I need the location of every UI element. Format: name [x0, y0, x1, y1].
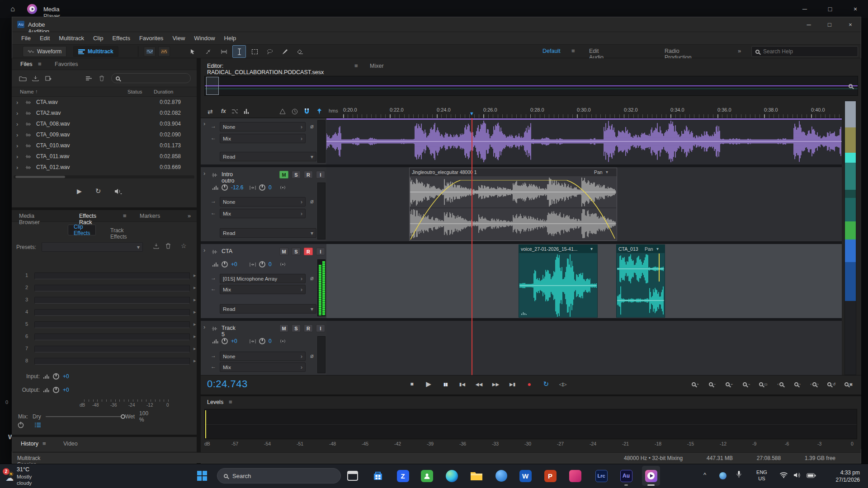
panel-overflow-icon[interactable]: »: [188, 212, 191, 219]
workspace-overflow-icon[interactable]: »: [738, 47, 741, 54]
preview-play-button[interactable]: ▶: [77, 188, 82, 195]
pan-knob[interactable]: [259, 184, 265, 191]
clip-fx-toggle-icon[interactable]: fx: [221, 108, 226, 114]
scroll-thumb[interactable]: [845, 101, 856, 127]
pan-value[interactable]: 0: [269, 184, 276, 191]
pan-value[interactable]: 0: [269, 261, 276, 267]
zoom-out-point-button[interactable]: ›: [789, 378, 806, 390]
snap-magnet-icon[interactable]: [304, 108, 310, 115]
taskbar-blue-sphere-app[interactable]: [492, 466, 510, 486]
skip-to-end-button[interactable]: ▶▮: [505, 378, 520, 390]
menu-effects[interactable]: Effects: [108, 32, 135, 45]
rewind-button[interactable]: ◀◀: [471, 378, 486, 390]
zoom-full-button[interactable]: ▣: [840, 378, 857, 390]
menu-clip[interactable]: Clip: [89, 32, 108, 45]
menu-edit[interactable]: Edit: [35, 32, 54, 45]
menu-view[interactable]: View: [168, 32, 189, 45]
mix-slider[interactable]: [46, 414, 121, 419]
track-collapse-icon[interactable]: ›: [203, 120, 205, 127]
volume-value[interactable]: -12.6: [231, 184, 246, 191]
tray-chevron-icon[interactable]: ^: [703, 471, 706, 478]
playhead-time-display[interactable]: 0:24.743: [207, 378, 248, 390]
workspace-default[interactable]: Default: [542, 48, 561, 54]
weather-widget[interactable]: ☀ ☁ 2 31°C Mostly cloudy: [5, 466, 37, 486]
effect-slot[interactable]: 1▸: [12, 271, 197, 281]
taskbar-media-player[interactable]: [642, 466, 660, 486]
no-output-icon[interactable]: ø: [310, 198, 314, 205]
file-name[interactable]: CTA_010.wav: [36, 142, 70, 149]
stop-button[interactable]: ■: [404, 378, 420, 390]
presets-dropdown[interactable]: ▾: [42, 242, 143, 252]
play-button[interactable]: ▶: [421, 378, 436, 390]
taskbar-file-explorer[interactable]: [467, 466, 486, 486]
delete-preset-button[interactable]: [163, 243, 173, 249]
slot-arrow-icon[interactable]: ▸: [193, 346, 196, 352]
expand-icon[interactable]: ›: [16, 110, 18, 117]
file-name[interactable]: CTA.wav: [36, 99, 58, 105]
help-search-input[interactable]: [763, 48, 844, 55]
effect-slot[interactable]: 7▸: [12, 344, 197, 354]
window-close-button[interactable]: ×: [840, 17, 861, 32]
expand-icon[interactable]: ›: [16, 131, 18, 138]
split-arrows-icon[interactable]: [231, 108, 238, 114]
clip-fade-handle[interactable]: [659, 253, 660, 282]
file-row[interactable]: › CTA_010.wav 0:01.173: [12, 140, 197, 151]
effect-slot[interactable]: 2▸: [12, 283, 197, 293]
files-search-box[interactable]: [111, 73, 191, 83]
metering-icon[interactable]: [244, 108, 249, 114]
slip-tool-button[interactable]: [217, 46, 231, 57]
column-name[interactable]: Name: [20, 89, 34, 94]
record-arm-button[interactable]: R: [304, 171, 313, 178]
mix-slider-handle[interactable]: [121, 414, 125, 419]
no-output-icon[interactable]: ø: [310, 275, 314, 282]
tray-battery-icon[interactable]: [807, 473, 816, 478]
file-name[interactable]: CTA_012.wav: [36, 164, 70, 170]
history-menu-icon[interactable]: ≡: [42, 440, 46, 447]
clip-header[interactable]: voice_27-01-2026_15-41... ▾: [519, 245, 597, 253]
zoom-reset-button[interactable]: ↺: [823, 378, 840, 390]
no-output-icon[interactable]: ø: [310, 352, 314, 359]
taskbar-word[interactable]: W: [516, 466, 534, 486]
track3-input-field[interactable]: [01S] Microphone Array›: [220, 274, 306, 283]
clip-pan-label[interactable]: Pan: [594, 169, 603, 175]
input-gain-value[interactable]: +0: [63, 373, 69, 380]
track1-lane[interactable]: [326, 118, 842, 164]
expand-icon[interactable]: ›: [16, 121, 18, 127]
preview-autoplay-button[interactable]: [114, 188, 122, 194]
file-name[interactable]: CTA_008.wav: [36, 121, 70, 127]
expand-icon[interactable]: ›: [16, 164, 18, 171]
tray-language[interactable]: ENG US: [754, 469, 769, 482]
clip-pan-label[interactable]: Pan: [645, 246, 653, 252]
slot-arrow-icon[interactable]: ▸: [193, 285, 196, 291]
track-name[interactable]: CTA: [222, 248, 232, 254]
clip-header[interactable]: CTA_013 Pan ▾: [617, 245, 665, 253]
taskbar-pink-app[interactable]: [566, 466, 584, 486]
expand-icon[interactable]: ›: [16, 99, 18, 106]
effect-slot[interactable]: 8▸: [12, 357, 197, 366]
column-duration[interactable]: Duration: [154, 89, 173, 94]
import-file-button[interactable]: [29, 75, 42, 81]
home-icon[interactable]: ⌂: [5, 2, 20, 16]
file-row[interactable]: › CTA_008.wav 0:03.904: [12, 118, 197, 129]
subtab-track-effects[interactable]: Track Effects: [110, 227, 127, 240]
track2-output-field[interactable]: Mix›: [220, 209, 306, 218]
skip-to-start-button[interactable]: ▮◀: [454, 378, 470, 390]
stretch-warning-icon[interactable]: [279, 108, 286, 114]
snap-marker-icon[interactable]: [317, 108, 322, 115]
skip-selection-button[interactable]: ◁▷: [555, 378, 571, 390]
record-button[interactable]: ●: [522, 378, 537, 390]
tray-wifi-icon[interactable]: [779, 472, 788, 478]
track2-automation-field[interactable]: Read▾: [220, 228, 316, 238]
files-hscrollbar[interactable]: [14, 175, 194, 178]
file-name[interactable]: CTA_011.wav: [36, 153, 70, 160]
os-minimize-button[interactable]: ─: [792, 0, 817, 18]
fast-forward-button[interactable]: ▶▶: [488, 378, 504, 390]
spectral-display-button[interactable]: [158, 47, 170, 56]
razor-tool-button[interactable]: [202, 46, 214, 57]
levels-menu-icon[interactable]: ≡: [229, 399, 232, 405]
file-row[interactable]: › CTA_011.wav 0:02.858: [12, 151, 197, 162]
track4-input-field[interactable]: None›: [220, 352, 306, 361]
open-file-button[interactable]: [16, 75, 29, 81]
tray-clock[interactable]: 4:33 pm 27/1/2026: [826, 469, 863, 483]
playhead-marker-icon[interactable]: ▼: [469, 111, 474, 116]
